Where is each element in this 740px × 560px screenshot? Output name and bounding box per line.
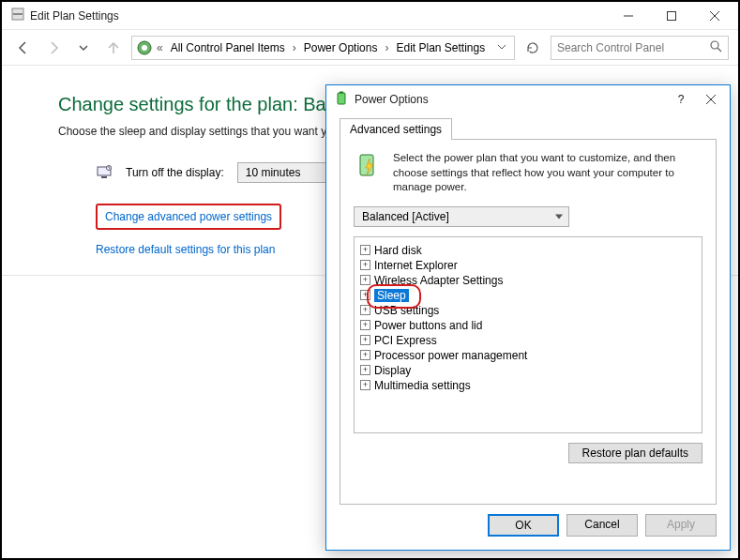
monitor-icon [96, 164, 113, 181]
svg-point-9 [711, 41, 718, 49]
breadcrumb-item[interactable]: All Control Panel Items [167, 39, 289, 56]
dialog-title-bar: Power Options ? [326, 85, 730, 114]
svg-rect-1 [13, 13, 23, 15]
tab-advanced-settings[interactable]: Advanced settings [340, 118, 452, 140]
expand-icon[interactable]: + [360, 380, 370, 390]
cancel-button[interactable]: Cancel [566, 514, 638, 537]
tree-item-display[interactable]: +Display [358, 363, 698, 378]
app-icon [11, 8, 24, 23]
tree-item-internet-explorer[interactable]: +Internet Explorer [358, 258, 698, 273]
svg-rect-16 [338, 93, 345, 104]
dialog-footer: OK Cancel Apply [326, 505, 730, 550]
search-icon [709, 39, 722, 55]
window-title: Edit Plan Settings [24, 9, 607, 23]
tree-item-sleep[interactable]: +Sleep [358, 288, 698, 303]
breadcrumb[interactable]: « All Control Panel Items › Power Option… [131, 36, 515, 60]
power-options-dialog: Power Options ? Advanced settings Select… [325, 84, 731, 551]
expand-icon[interactable]: + [360, 365, 370, 375]
svg-rect-12 [101, 176, 107, 178]
expand-icon[interactable]: + [360, 245, 370, 255]
tree-item-pci[interactable]: +PCI Express [358, 333, 698, 348]
close-button[interactable] [693, 2, 736, 30]
nav-bar: « All Control Panel Items › Power Option… [2, 30, 738, 66]
expand-icon[interactable]: + [360, 260, 370, 270]
recent-button[interactable] [71, 36, 96, 60]
breadcrumb-item[interactable]: Power Options [300, 39, 382, 56]
breadcrumb-item[interactable]: Edit Plan Settings [392, 39, 489, 56]
display-off-value: 10 minutes [246, 166, 301, 179]
chevron-right-icon: › [383, 41, 390, 54]
tree-item-hard-disk[interactable]: +Hard disk [358, 243, 698, 258]
search-input[interactable]: Search Control Panel [551, 36, 729, 60]
apply-button[interactable]: Apply [645, 514, 717, 537]
change-advanced-link[interactable]: Change advanced power settings [96, 204, 281, 230]
title-bar: Edit Plan Settings [2, 2, 738, 30]
battery-icon [334, 91, 349, 109]
plan-select[interactable]: Balanced [Active] [354, 206, 569, 227]
expand-icon[interactable]: + [360, 275, 370, 285]
help-button[interactable]: ? [666, 86, 696, 113]
maximize-button[interactable] [650, 2, 693, 30]
search-placeholder: Search Control Panel [557, 41, 664, 54]
expand-icon[interactable]: + [360, 305, 370, 315]
svg-rect-3 [668, 11, 676, 20]
restore-plan-defaults-button[interactable]: Restore plan defaults [568, 443, 702, 463]
expand-icon[interactable]: + [360, 320, 370, 330]
up-button[interactable] [101, 36, 126, 60]
expand-icon[interactable]: + [360, 350, 370, 360]
svg-rect-17 [340, 91, 343, 93]
expand-icon[interactable]: + [360, 335, 370, 345]
tab-pane: Select the power plan that you want to c… [340, 139, 717, 505]
tree-item-processor[interactable]: +Processor power management [358, 348, 698, 363]
expand-icon[interactable]: + [360, 290, 370, 300]
control-panel-icon [136, 39, 153, 56]
tree-item-power-buttons[interactable]: +Power buttons and lid [358, 318, 698, 333]
chevron-down-icon[interactable] [493, 41, 510, 54]
back-button[interactable] [11, 36, 36, 60]
breadcrumb-sep-icon: « [155, 41, 165, 54]
dialog-close-button[interactable] [696, 86, 726, 113]
svg-point-8 [142, 45, 147, 51]
dialog-title: Power Options [355, 93, 429, 106]
tree-item-wireless[interactable]: +Wireless Adapter Settings [358, 273, 698, 288]
display-off-label: Turn off the display: [126, 166, 224, 179]
refresh-button[interactable] [521, 36, 545, 60]
plan-select-value: Balanced [Active] [362, 210, 449, 223]
ok-button[interactable]: OK [488, 514, 559, 537]
power-plan-icon [354, 151, 385, 195]
tab-strip: Advanced settings [340, 117, 717, 139]
tree-item-multimedia[interactable]: +Multimedia settings [358, 378, 698, 393]
minimize-button[interactable] [607, 2, 650, 30]
dialog-description: Select the power plan that you want to c… [393, 151, 702, 195]
forward-button[interactable] [41, 36, 66, 60]
settings-tree[interactable]: +Hard disk +Internet Explorer +Wireless … [354, 236, 702, 433]
svg-line-10 [717, 48, 721, 52]
tree-item-usb[interactable]: +USB settings [358, 303, 698, 318]
svg-line-15 [109, 168, 110, 169]
chevron-right-icon: › [291, 41, 298, 54]
